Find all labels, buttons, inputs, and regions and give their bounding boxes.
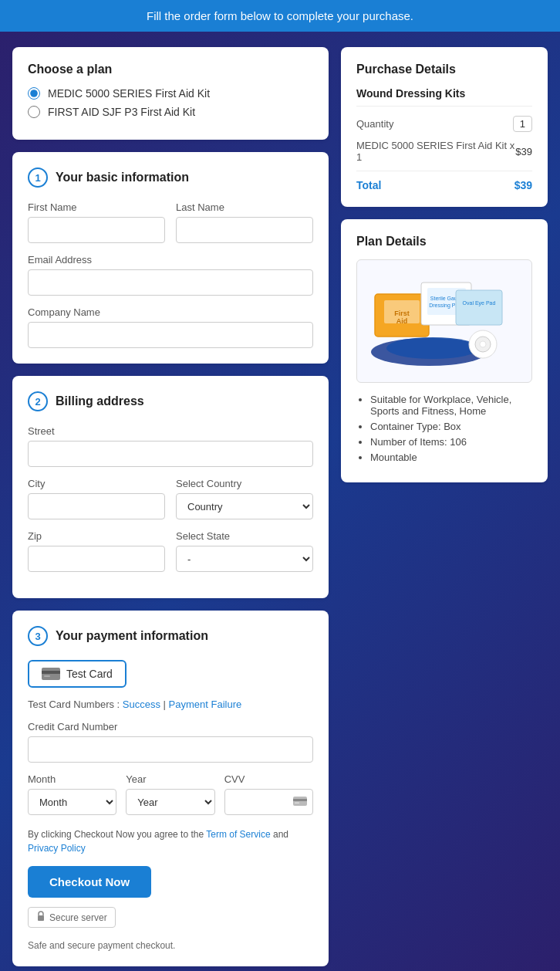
zip-input[interactable]	[28, 546, 165, 572]
purchase-details-title: Purchase Details	[356, 63, 532, 76]
cvv-group: CVV	[224, 773, 313, 815]
email-group: Email Address	[28, 254, 313, 296]
cvv-card-icon	[293, 796, 307, 808]
state-select[interactable]: - California New York Texas	[176, 546, 313, 572]
checkout-button[interactable]: Checkout Now	[28, 866, 151, 898]
country-group: Select Country Country United States Can…	[176, 478, 313, 519]
country-select[interactable]: Country United States Canada United King…	[176, 493, 313, 519]
test-card-failure-link[interactable]: Payment Failure	[169, 699, 242, 710]
plan-radio-2[interactable]	[28, 106, 40, 118]
plan-features-list: Suitable for Workplace, Vehicle, Sports …	[356, 394, 532, 463]
choose-plan-title: Choose a plan	[28, 63, 313, 76]
city-group: City	[28, 478, 165, 519]
city-label: City	[28, 478, 165, 489]
basic-info-card: 1 Your basic information First Name Last…	[12, 152, 329, 364]
terms-text: By clicking Checkout Now you agree to th…	[28, 827, 313, 855]
cc-number-group: Credit Card Number	[28, 721, 313, 763]
header-banner: Fill the order form below to complete yo…	[0, 0, 560, 32]
company-input[interactable]	[28, 322, 313, 348]
plan-label-1: MEDIC 5000 SERIES First Aid Kit	[48, 87, 210, 100]
feature-item-3: Mountable	[370, 452, 532, 463]
expiry-cvv-row: Month Month 010203 040506 070809 101112 …	[28, 773, 313, 815]
year-select[interactable]: Year 202420252026 202720282029 2030	[126, 789, 214, 815]
lock-icon	[36, 911, 46, 924]
privacy-link[interactable]: Privacy Policy	[28, 843, 86, 854]
step3-header: 3 Your payment information	[28, 626, 313, 646]
quantity-row: Quantity 1	[356, 116, 532, 132]
street-input[interactable]	[28, 441, 313, 467]
test-card-note: Test Card Numbers : Success | Payment Fa…	[28, 699, 313, 710]
step1-circle: 1	[28, 167, 48, 188]
total-row: Total $39	[356, 171, 532, 191]
street-group: Street	[28, 425, 313, 467]
zip-label: Zip	[28, 530, 165, 542]
banner-text: Fill the order form below to complete yo…	[147, 9, 413, 22]
card-method-button[interactable]: Test Card	[28, 660, 127, 688]
plan-details-title: Plan Details	[356, 235, 532, 249]
first-name-label: First Name	[28, 201, 165, 213]
last-name-input[interactable]	[176, 217, 313, 243]
step2-title: Billing address	[56, 394, 144, 408]
company-group: Company Name	[28, 306, 313, 348]
email-label: Email Address	[28, 254, 313, 266]
purchase-details-card: Purchase Details Wound Dressing Kits Qua…	[341, 47, 548, 207]
step3-title: Your payment information	[56, 629, 208, 643]
city-input[interactable]	[28, 493, 165, 519]
card-button-label: Test Card	[66, 668, 113, 680]
svg-rect-6	[38, 915, 44, 921]
feature-item-1: Container Type: Box	[370, 421, 532, 432]
email-input[interactable]	[28, 269, 313, 296]
plan-label-2: FIRST AID SJF P3 First Aid Kit	[48, 106, 195, 118]
plan-option-1[interactable]: MEDIC 5000 SERIES First Aid Kit	[28, 87, 313, 100]
step2-header: 2 Billing address	[28, 391, 313, 411]
street-label: Street	[28, 425, 313, 437]
year-group: Year Year 202420252026 202720282029 2030	[126, 773, 214, 815]
first-name-input[interactable]	[28, 217, 165, 243]
svg-text:Aid: Aid	[396, 317, 408, 325]
item-price: $39	[515, 146, 532, 157]
secure-note: Safe and secure payment checkout.	[28, 940, 313, 951]
state-group: Select State - California New York Texas	[176, 530, 313, 572]
feature-item-0: Suitable for Workplace, Vehicle, Sports …	[370, 394, 532, 417]
step3-circle: 3	[28, 626, 48, 646]
choose-plan-card: Choose a plan MEDIC 5000 SERIES First Ai…	[12, 47, 329, 140]
step2-circle: 2	[28, 391, 48, 411]
cvv-label: CVV	[224, 773, 313, 785]
item-row: MEDIC 5000 SERIES First Aid Kit x 1 $39	[356, 140, 532, 163]
total-label: Total	[356, 179, 381, 191]
svg-rect-5	[295, 803, 299, 804]
secure-badge-label: Secure server	[49, 912, 107, 923]
quantity-value: 1	[513, 116, 532, 132]
secure-badge: Secure server	[28, 907, 116, 928]
test-card-success-link[interactable]: Success	[123, 699, 160, 710]
last-name-label: Last Name	[176, 201, 313, 213]
total-price: $39	[514, 179, 532, 191]
svg-point-19	[386, 337, 479, 359]
svg-rect-16	[456, 290, 502, 325]
month-label: Month	[28, 773, 116, 785]
plan-radio-1[interactable]	[28, 87, 40, 100]
item-label: MEDIC 5000 SERIES First Aid Kit x 1	[356, 140, 515, 163]
payment-card: 3 Your payment information Test Card Tes…	[12, 611, 329, 966]
last-name-group: Last Name	[176, 201, 313, 243]
quantity-label: Quantity	[356, 118, 393, 130]
country-label: Select Country	[176, 478, 313, 489]
billing-card: 2 Billing address Street City Select Cou…	[12, 376, 329, 598]
purchase-subtitle: Wound Dressing Kits	[356, 87, 532, 107]
state-label: Select State	[176, 530, 313, 542]
step1-header: 1 Your basic information	[28, 167, 313, 188]
cc-number-input[interactable]	[28, 736, 313, 763]
plan-image-box: First Aid Sterile Gauze Dressing Pads Ov…	[356, 259, 532, 383]
year-label: Year	[126, 773, 214, 785]
feature-item-2: Number of Items: 106	[370, 436, 532, 448]
first-name-group: First Name	[28, 201, 165, 243]
svg-rect-1	[42, 671, 60, 674]
test-card-separator: |	[164, 699, 166, 710]
month-group: Month Month 010203 040506 070809 101112	[28, 773, 116, 815]
product-image: First Aid Sterile Gauze Dressing Pads Ov…	[367, 271, 521, 371]
plan-option-2[interactable]: FIRST AID SJF P3 First Aid Kit	[28, 106, 313, 118]
tos-link[interactable]: Term of Service	[206, 829, 270, 840]
month-select[interactable]: Month 010203 040506 070809 101112	[28, 789, 116, 815]
step1-title: Your basic information	[56, 171, 189, 184]
company-label: Company Name	[28, 306, 313, 318]
